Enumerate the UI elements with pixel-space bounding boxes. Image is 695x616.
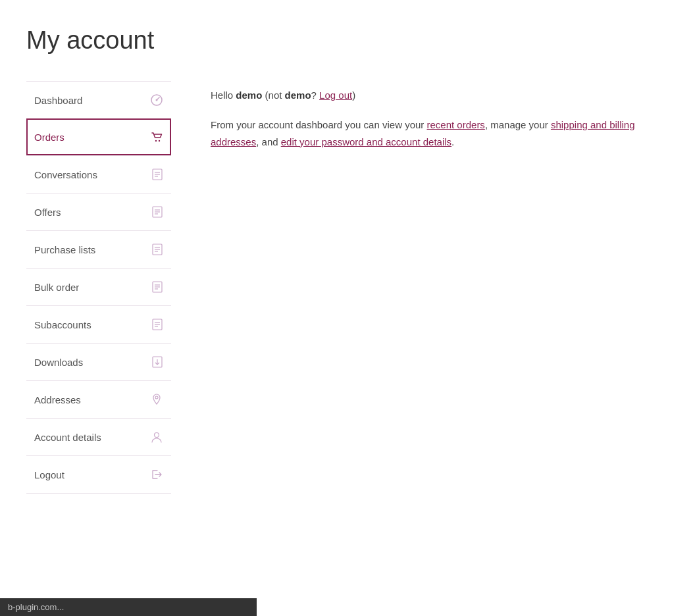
page-container: My account Dashboard Orders [0,0,695,520]
sidebar-item-label: Bulk order [34,282,79,293]
sidebar-item-label: Downloads [34,357,83,368]
sidebar-item-dashboard[interactable]: Dashboard [26,81,171,118]
sidebar-item-offers[interactable]: Offers [26,193,171,230]
sidebar-item-conversations[interactable]: Conversations [26,155,171,193]
account-details-icon [150,430,163,444]
sidebar-item-addresses[interactable]: Addresses [26,380,171,418]
greeting-text: Hello demo (not demo? Log out) [211,88,669,103]
sidebar-item-label: Offers [34,207,61,218]
greeting-username: demo [236,90,262,101]
conversations-icon [151,168,163,181]
purchase-lists-icon [151,243,163,256]
subaccounts-icon [151,318,163,331]
sidebar-item-label: Addresses [34,394,81,405]
sidebar-item-logout[interactable]: Logout [26,455,171,494]
svg-point-1 [156,99,158,101]
sidebar-item-label: Purchase lists [34,244,95,255]
bulk-order-icon [151,280,163,294]
password-details-link[interactable]: edit your password and account details [281,136,451,147]
main-content: Hello demo (not demo? Log out) From your… [211,81,669,150]
description-text: From your account dashboard you can view… [211,116,669,150]
logout-link[interactable]: Log out [319,90,352,101]
sidebar-item-subaccounts[interactable]: Subaccounts [26,305,171,343]
page-title: My account [26,26,669,55]
sidebar-item-downloads[interactable]: Downloads [26,343,171,380]
svg-point-2 [155,140,157,141]
sidebar-item-purchase-lists[interactable]: Purchase lists [26,230,171,268]
orders-icon [150,130,163,143]
sidebar-item-label: Dashboard [34,95,82,106]
sidebar-item-label: Account details [34,432,101,443]
addresses-icon [150,393,163,406]
recent-orders-link[interactable]: recent orders [427,119,485,130]
sidebar-item-bulk-order[interactable]: Bulk order [26,268,171,305]
dashboard-icon [150,93,163,107]
content-area: Dashboard Orders [26,81,669,494]
sidebar: Dashboard Orders [26,81,171,494]
svg-point-3 [159,140,160,141]
sidebar-item-label: Conversations [34,169,97,180]
logout-icon [150,468,163,481]
sidebar-item-orders[interactable]: Orders [26,118,171,155]
sidebar-item-label: Orders [34,132,64,143]
svg-point-27 [155,433,159,438]
sidebar-item-account-details[interactable]: Account details [26,418,171,455]
greeting-username2: demo [285,90,311,101]
sidebar-item-label: Logout [34,469,64,480]
downloads-icon [151,355,163,369]
offers-icon [151,205,163,218]
sidebar-item-label: Subaccounts [34,319,91,330]
svg-point-26 [155,396,158,399]
